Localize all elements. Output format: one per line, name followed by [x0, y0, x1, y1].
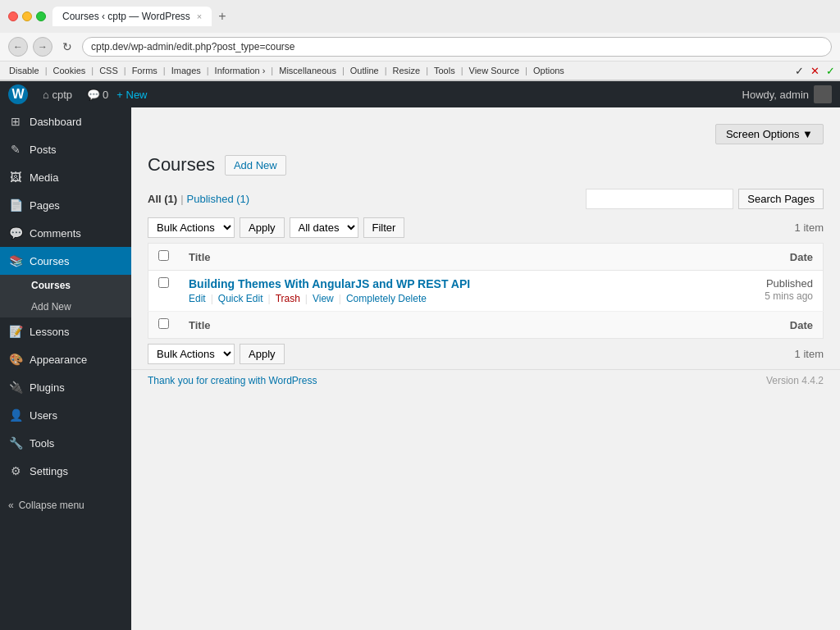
table-row: Building Themes With AngularJS and WP RE…	[148, 271, 824, 312]
search-input[interactable]	[586, 189, 733, 209]
wp-logo[interactable]: W	[8, 84, 28, 104]
footer-bar: Thank you for creating with WordPress Ve…	[131, 369, 840, 391]
apply-button-top[interactable]: Apply	[240, 217, 285, 238]
collapse-label: Collapse menu	[19, 500, 84, 511]
dev-options[interactable]: Options	[529, 64, 568, 77]
table-footer-row: Title Date	[148, 312, 824, 339]
action-completely-delete[interactable]: Completely Delete	[346, 293, 427, 304]
sidebar-label-courses: Courses	[30, 255, 69, 267]
wp-admin-layout: ⊞ Dashboard ✎ Posts 🖼 Media 📄 Pages 💬 Co…	[0, 107, 840, 630]
dashboard-icon: ⊞	[8, 114, 23, 129]
filter-published[interactable]: Published (1)	[187, 193, 250, 205]
sidebar-item-settings[interactable]: ⚙ Settings	[0, 457, 131, 485]
dev-view-source[interactable]: View Source	[465, 64, 524, 77]
screen-options-button[interactable]: Screen Options ▼	[715, 124, 824, 144]
search-bar: All (1) | Published (1) Search Pages	[148, 189, 824, 209]
dev-information[interactable]: Information ›	[211, 64, 270, 77]
sidebar-item-appearance[interactable]: 🎨 Appearance	[0, 345, 131, 373]
row-checkbox[interactable]	[158, 277, 169, 288]
forward-button[interactable]: →	[33, 37, 52, 57]
sidebar-item-tools[interactable]: 🔧 Tools	[0, 429, 131, 457]
dev-resize[interactable]: Resize	[389, 64, 425, 77]
sidebar-item-media[interactable]: 🖼 Media	[0, 163, 131, 191]
courses-submenu: Courses Add New	[0, 275, 131, 317]
sidebar-item-lessons[interactable]: 📝 Lessons	[0, 317, 131, 345]
sidebar-label-settings: Settings	[30, 465, 68, 477]
new-content-button[interactable]: + New	[116, 89, 147, 101]
posts-table: Title Date Building Themes With AngularJ…	[148, 243, 824, 339]
dev-css[interactable]: CSS	[95, 64, 122, 77]
sidebar-label-appearance: Appearance	[30, 354, 87, 366]
sidebar-item-comments[interactable]: 💬 Comments	[0, 219, 131, 247]
collapse-menu-button[interactable]: « Collapse menu	[0, 493, 131, 518]
col-checkbox-footer	[148, 312, 180, 339]
posts-icon: ✎	[8, 142, 23, 157]
sidebar-item-pages[interactable]: 📄 Pages	[0, 191, 131, 219]
sidebar-item-users[interactable]: 👤 Users	[0, 401, 131, 429]
filter-all[interactable]: All (1)	[148, 193, 177, 205]
post-status: Published	[766, 277, 813, 290]
action-trash[interactable]: Trash	[276, 293, 300, 304]
col-date-header[interactable]: Date	[704, 244, 823, 271]
search-button[interactable]: Search Pages	[738, 189, 824, 209]
maximize-button[interactable]	[36, 11, 46, 21]
add-new-button[interactable]: Add New	[225, 155, 286, 176]
sidebar: ⊞ Dashboard ✎ Posts 🖼 Media 📄 Pages 💬 Co…	[0, 107, 131, 630]
comments-link[interactable]: 💬 0	[87, 89, 108, 101]
url-bar[interactable]	[82, 37, 832, 57]
site-name[interactable]: ⌂ cptp	[36, 89, 79, 101]
bulk-actions-select-bottom[interactable]: Bulk Actions	[148, 344, 235, 364]
comments-icon: 💬	[8, 226, 23, 240]
action-edit[interactable]: Edit	[189, 293, 206, 304]
post-title-link[interactable]: Building Themes With AngularJS and WP RE…	[189, 277, 470, 290]
new-tab-button[interactable]: +	[218, 9, 226, 24]
refresh-button[interactable]: ↻	[57, 39, 77, 55]
sidebar-item-plugins[interactable]: 🔌 Plugins	[0, 373, 131, 401]
item-count-bottom: 1 item	[795, 348, 824, 360]
sidebar-sub-add-new[interactable]: Add New	[8, 296, 131, 317]
bulk-actions-select-top[interactable]: Bulk Actions	[148, 217, 235, 238]
filter-button-top[interactable]: Filter	[363, 217, 405, 238]
dates-select-top[interactable]: All dates	[290, 217, 358, 238]
avatar[interactable]	[814, 85, 832, 103]
dev-tools[interactable]: Tools	[430, 64, 459, 77]
footer-version: Version 4.4.2	[766, 375, 824, 386]
back-button[interactable]: ←	[8, 37, 28, 57]
dev-cookies[interactable]: Cookies	[49, 64, 90, 77]
close-button[interactable]	[8, 11, 18, 21]
action-view[interactable]: View	[313, 293, 334, 304]
settings-icon: ⚙	[8, 463, 23, 478]
dev-miscellaneous[interactable]: Miscellaneous	[275, 64, 340, 77]
dev-forms[interactable]: Forms	[128, 64, 162, 77]
dev-disable[interactable]: Disable	[5, 64, 43, 77]
row-date-cell: Published 5 mins ago	[704, 271, 823, 312]
sidebar-sub-all-courses[interactable]: Courses	[8, 275, 131, 296]
dev-check-icon: ✓	[795, 65, 804, 77]
sidebar-label-plugins: Plugins	[30, 381, 65, 394]
table-header-row: Title Date	[148, 244, 824, 271]
select-all-checkbox[interactable]	[158, 250, 169, 261]
col-title-footer[interactable]: Title	[179, 312, 704, 339]
sidebar-item-posts[interactable]: ✎ Posts	[0, 135, 131, 163]
toolbar-left-bottom: Bulk Actions Apply	[148, 344, 285, 364]
footer-thanks: Thank you for creating with WordPress	[148, 375, 317, 386]
action-quick-edit[interactable]: Quick Edit	[218, 293, 263, 304]
sidebar-label-pages: Pages	[30, 199, 60, 212]
dev-toolbar: Disable | Cookies | CSS | Forms | Images…	[0, 62, 840, 80]
col-title-header[interactable]: Title	[179, 244, 704, 271]
users-icon: 👤	[8, 408, 23, 422]
plugins-icon: 🔌	[8, 380, 23, 395]
dev-outline[interactable]: Outline	[346, 64, 383, 77]
minimize-button[interactable]	[22, 11, 32, 21]
courses-icon: 📚	[8, 253, 23, 268]
appearance-icon: 🎨	[8, 352, 23, 367]
browser-tab[interactable]: Courses ‹ cptp — WordPress ×	[52, 7, 212, 26]
sidebar-item-courses[interactable]: 📚 Courses	[0, 247, 131, 275]
dev-images[interactable]: Images	[167, 64, 205, 77]
col-date-footer[interactable]: Date	[704, 312, 823, 339]
sidebar-item-dashboard[interactable]: ⊞ Dashboard	[0, 107, 131, 135]
tab-close-icon[interactable]: ×	[197, 11, 202, 21]
select-all-checkbox-bottom[interactable]	[158, 318, 169, 329]
apply-button-bottom[interactable]: Apply	[240, 344, 285, 364]
page-title: Courses	[148, 154, 215, 176]
